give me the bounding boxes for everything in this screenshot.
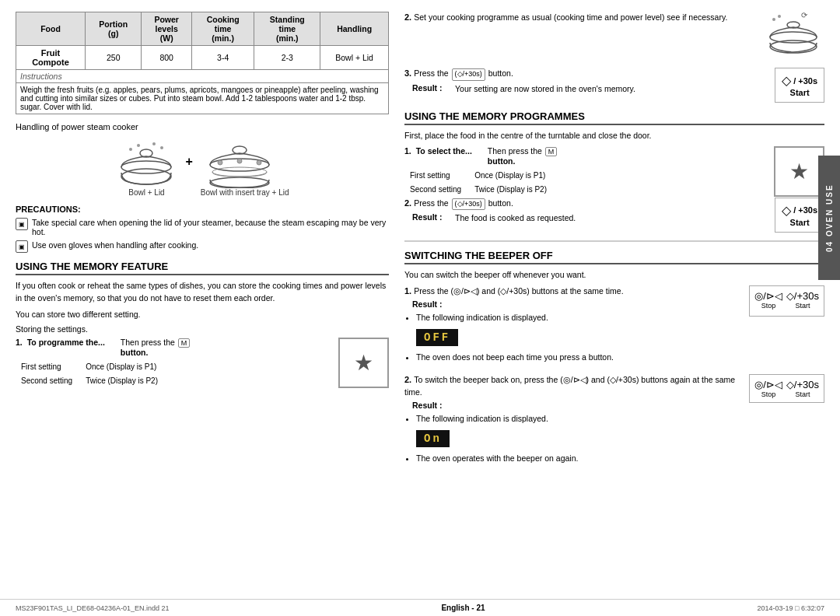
start-label-4: Start <box>795 390 810 398</box>
svg-point-1 <box>121 161 171 173</box>
img2-label: Bowl with insert tray + Lid <box>201 188 289 197</box>
memory-btn-icon: M <box>178 338 191 348</box>
main-content: Food Portion(g) Powerlevels(W) Cookingti… <box>0 0 840 599</box>
cooker-images: Bowl + Lid + <box>16 138 389 197</box>
mp-start-btn-display: ◇ / +30s Start <box>775 198 824 233</box>
right-step2: ⟳ 2. Set your cooking programme as usual… <box>404 12 824 60</box>
memory-feature-body1: If you often cook or reheat the same typ… <box>16 280 389 305</box>
beeper-btns-2: ◎/⊳◁ Stop ◇/+30s Start <box>754 379 819 398</box>
precaution-text-1: Take special care when opening the lid o… <box>32 218 389 236</box>
result-label-3: Result : <box>412 83 455 93</box>
setting-row-2: Second setting Twice (Display is P2) <box>21 375 170 387</box>
star-icon: ★ <box>354 350 373 376</box>
step1-then: Then press the M button. <box>121 338 191 357</box>
svg-point-8 <box>212 167 267 177</box>
mp-start-btn-icons: ◇ / +30s <box>782 203 817 218</box>
beeper-intro: You can switch the beeper off whenever y… <box>404 269 824 282</box>
beeper-step2: 2. To switch the beeper back on, press t… <box>404 374 824 467</box>
standing-val: 2-3 <box>254 46 320 70</box>
mp-settings-table: First setting Once (Display is P1) Secon… <box>408 168 560 198</box>
right-step3-text: Press the (◇/+30s) button. <box>414 68 513 78</box>
beeper-result-label-2: Result : <box>412 401 455 410</box>
mp-setting-label-1: First setting <box>410 170 473 182</box>
bowl-lid-svg <box>115 138 177 188</box>
mp-setting-row-2: Second setting Twice (Display is P2) <box>410 184 558 196</box>
start-label-3: Start <box>795 302 810 310</box>
page-footer: MS23F901TAS_LI_DE68-04236A-01_EN.indd 21… <box>0 599 840 616</box>
svg-point-13 <box>257 160 261 165</box>
beeper-bullet-2-2: The oven operates with the beeper on aga… <box>416 452 743 465</box>
col-cooking: Cookingtime(min.) <box>191 12 254 46</box>
step3-result: Result : Your setting are now stored in … <box>412 83 768 96</box>
handling-val: Bowl + Lid <box>320 46 389 70</box>
step1-left: 1. To programme the... Then press the M … <box>16 338 331 389</box>
power-val: 800 <box>142 46 192 70</box>
beeper-display-off: OFF <box>416 329 458 346</box>
start-label: Start <box>790 88 810 97</box>
right-step2-num: 2. <box>404 12 411 22</box>
beeper-step2-result-label-row: Result : <box>412 401 743 410</box>
precaution-icon-2: ▣ <box>16 240 28 253</box>
left-column: Food Portion(g) Powerlevels(W) Cookingti… <box>16 12 389 591</box>
svg-point-12 <box>237 159 242 163</box>
plus30s-btn-ref: (◇/+30s) <box>452 68 485 81</box>
precautions-section: PRECAUTIONS: ▣ Take special care when op… <box>16 205 389 253</box>
svg-point-6 <box>160 146 163 149</box>
instructions-text: Weigh the fresh fruits (e.g. apples, pea… <box>16 83 389 114</box>
col-standing: Standingtime(min.) <box>254 12 320 46</box>
mp-step1-number-area: 1. To select the... <box>404 146 472 166</box>
bowl-insert-lid-svg <box>201 138 278 188</box>
mp-btn-icon: M <box>545 147 558 156</box>
setting-value-1: Once (Display is P1) <box>86 361 170 373</box>
col-portion: Portion(g) <box>86 12 142 46</box>
memory-icon-box-1: ★ <box>338 338 389 388</box>
slash: / <box>793 76 796 86</box>
mp-plus30s-ref: (◇/+30s) <box>452 198 485 211</box>
mp-step1-header: 1. To select the... Then press the M but… <box>404 146 766 166</box>
beeper-step1-bullets: The following indication is displayed. <box>416 311 743 324</box>
beeper-title: SWITCHING THE BEEPER OFF <box>404 250 824 264</box>
beeper-bullet-2-1: The following indication is displayed. <box>416 412 743 425</box>
plus-separator: + <box>185 155 192 169</box>
svg-point-7 <box>210 177 269 188</box>
mp-step2-num: 2. <box>404 198 411 208</box>
food-table: Food Portion(g) Powerlevels(W) Cookingti… <box>16 12 389 114</box>
svg-point-15 <box>770 32 817 43</box>
svg-point-4 <box>137 144 140 147</box>
memory-feature-body2: You can store two different setting. <box>16 309 389 321</box>
svg-point-5 <box>152 142 156 145</box>
mp-step2-content: 2. Press the (◇/+30s) button. Result : T… <box>404 198 824 233</box>
diamond-icon-2: ◇ <box>782 203 791 218</box>
mp-setting-value-1: Once (Display is P1) <box>474 170 558 182</box>
beeper-step2-desc: To switch the beeper back on, press the … <box>404 375 735 397</box>
food-name: FruitCompote <box>16 46 86 70</box>
right-column: ⟳ 2. Set your cooking programme as usual… <box>404 12 824 591</box>
img1-label: Bowl + Lid <box>115 188 177 197</box>
beeper-step1: 1. Press the (◎/⊳◁) and (◇/+30s) buttons… <box>404 285 824 366</box>
memory-programmes-intro: First, place the food in the centre of t… <box>404 130 824 142</box>
mp-step2-text: Press the (◇/+30s) button. <box>414 198 513 208</box>
mp-result-text: The food is cooked as requested. <box>455 212 576 225</box>
step1-number: 1. To programme the... <box>16 338 105 357</box>
mp-step2-text-area: 2. Press the (◇/+30s) button. Result : T… <box>404 198 768 227</box>
beeper-step2-bullets: The following indication is displayed. <box>416 412 743 425</box>
stop-btn: ◎/⊳◁ Stop <box>754 290 782 310</box>
beeper-step2-text: 2. To switch the beeper back on, press t… <box>404 374 743 467</box>
setting-label-1: First setting <box>21 361 84 373</box>
footer-left: MS23F901TAS_LI_DE68-04236A-01_EN.indd 21 <box>16 604 169 612</box>
precautions-title: PRECAUTIONS: <box>16 205 389 214</box>
svg-point-19 <box>778 15 781 18</box>
instructions-label: Instructions <box>16 70 389 83</box>
beeper-btns-1: ◎/⊳◁ Stop ◇/+30s Start <box>754 290 819 310</box>
beeper-btn-display-1: ◎/⊳◁ Stop ◇/+30s Start <box>749 285 824 317</box>
section-separator <box>404 240 824 242</box>
mp-step1-settings: First setting Once (Display is P1) Secon… <box>408 168 766 198</box>
settings-table: First setting Once (Display is P1) Secon… <box>19 359 171 389</box>
stop-icon-2: ◎/⊳◁ <box>754 379 782 390</box>
beeper-step1-result-label-row: Result : <box>412 299 743 309</box>
stop-btn-2: ◎/⊳◁ Stop <box>754 379 782 398</box>
step3-text-area: 3. Press the (◇/+30s) button. Result : Y… <box>404 68 768 97</box>
start-btn-3: ◇/+30s Start <box>786 379 819 398</box>
svg-text:⟳: ⟳ <box>801 12 808 19</box>
oven-use-tab: 04 OVEN USE <box>818 156 840 280</box>
